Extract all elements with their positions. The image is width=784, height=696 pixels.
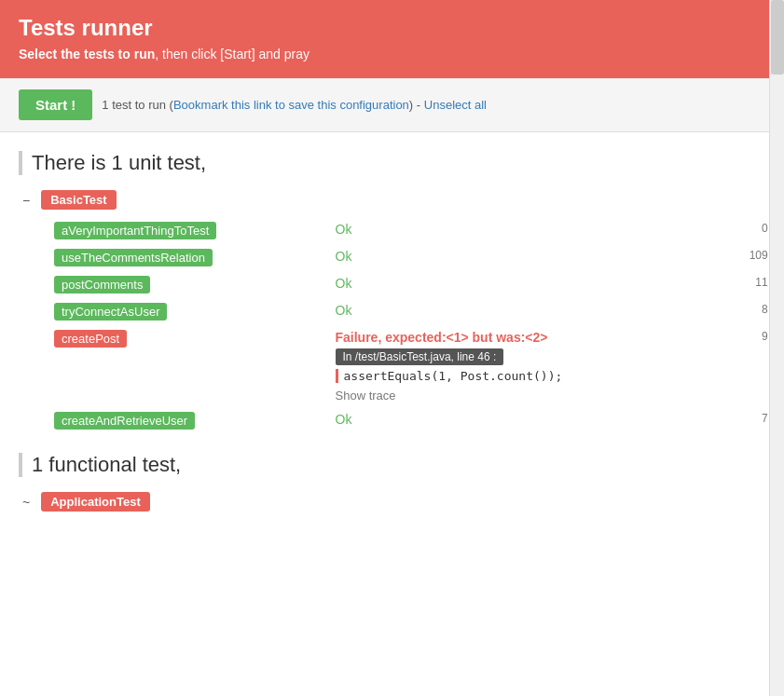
collapse-button[interactable]: − <box>19 193 34 208</box>
unit-test-section: There is 1 unit test, − BasicTest aVeryI… <box>19 151 765 434</box>
header-subtitle-bold: Select the tests to run <box>19 47 155 61</box>
toolbar: Start ! 1 test to run (Bookmark this lin… <box>0 78 784 132</box>
test-result: Ok <box>336 249 352 264</box>
table-row: aVeryImportantThingToTest Ok 0 ms <box>47 217 784 244</box>
test-name-badge: aVeryImportantThingToTest <box>54 222 216 239</box>
tilde-button[interactable]: ~ <box>19 495 34 510</box>
table-row: postComments Ok 11 ms <box>47 271 784 298</box>
start-button[interactable]: Start ! <box>19 89 92 120</box>
test-result: Ok <box>336 276 352 291</box>
toolbar-info: 1 test to run (Bookmark this link to sav… <box>102 98 487 112</box>
basic-test-group-badge: BasicTest <box>41 190 116 210</box>
test-name-badge: tryConnectAsUser <box>54 303 167 321</box>
header-subtitle-rest: , then click [Start] and pray <box>155 47 309 61</box>
functional-section-title: 1 functional test, <box>19 453 765 477</box>
separator: - <box>417 98 420 112</box>
error-location: In /test/BasicTest.java, line 46 : <box>336 348 504 365</box>
basic-test-group: − BasicTest aVeryImportantThingToTest Ok… <box>19 190 765 434</box>
test-count: 1 test to run <box>102 98 166 112</box>
application-test-group-header: ~ ApplicationTest <box>19 492 765 512</box>
table-row: useTheCommentsRelation Ok 109 ms <box>47 244 784 271</box>
test-name-badge: createPost <box>54 330 127 348</box>
table-row: createPost Failure, expected:<1> but was… <box>47 325 784 407</box>
test-name-badge: postComments <box>54 276 150 293</box>
content: There is 1 unit test, − BasicTest aVeryI… <box>0 132 784 538</box>
show-trace-link[interactable]: Show trace <box>336 389 396 403</box>
test-name-badge: useTheCommentsRelation <box>54 249 213 266</box>
application-test-group-badge: ApplicationTest <box>41 492 150 512</box>
functional-test-section: 1 functional test, ~ ApplicationTest <box>19 453 765 512</box>
error-code: assertEquals(1, Post.count()); <box>336 369 705 383</box>
basic-test-group-header: − BasicTest <box>19 190 765 210</box>
header-subtitle: Select the tests to run, then click [Sta… <box>19 47 765 61</box>
bookmark-link[interactable]: Bookmark this link to save this configur… <box>173 98 409 112</box>
error-detail: In /test/BasicTest.java, line 46 : asser… <box>336 348 705 403</box>
table-row: tryConnectAsUser Ok 8 ms <box>47 298 784 325</box>
test-result-fail: Failure, expected:<1> but was:<2> <box>336 330 548 345</box>
table-row: createAndRetrieveUser Ok 7 ms <box>47 407 784 434</box>
scrollbar-track[interactable] <box>769 0 784 538</box>
unit-section-title: There is 1 unit test, <box>19 151 765 175</box>
unit-test-table: aVeryImportantThingToTest Ok 0 ms useThe… <box>47 217 784 434</box>
page-title: Tests runner <box>19 15 765 41</box>
test-result: Ok <box>336 303 352 318</box>
unselect-all-link[interactable]: Unselect all <box>424 98 487 112</box>
scrollbar-thumb[interactable] <box>771 0 784 75</box>
header: Tests runner Select the tests to run, th… <box>0 0 784 78</box>
test-result: Ok <box>336 222 352 237</box>
test-result: Ok <box>336 412 352 427</box>
test-name-badge: createAndRetrieveUser <box>54 412 195 430</box>
